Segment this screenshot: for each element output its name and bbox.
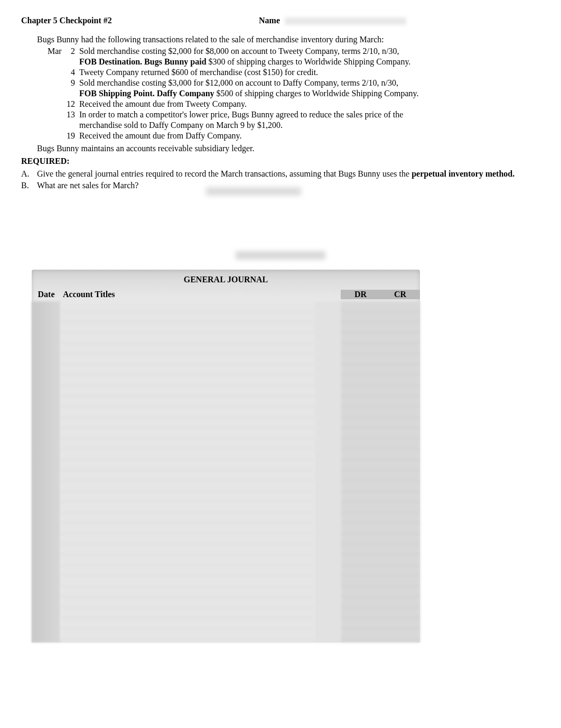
required-label: REQUIRED: <box>21 156 540 166</box>
requirement-text: Give the general journal entries require… <box>37 169 540 179</box>
transaction-day <box>66 121 79 130</box>
transaction-text: FOB Destination. Bugs Bunny paid $300 of… <box>79 57 540 67</box>
blur-region <box>206 187 301 196</box>
transaction-month <box>48 57 66 67</box>
transaction-day: 19 <box>66 131 79 141</box>
header: Chapter 5 Checkpoint #2 Name <box>21 16 540 25</box>
transaction-month <box>48 78 66 88</box>
journal-account-column <box>61 301 314 642</box>
journal-header-dr: DR <box>341 290 380 299</box>
transaction-row: FOB Destination. Bugs Bunny paid $300 of… <box>48 57 540 67</box>
name-label-text: Name <box>259 16 280 25</box>
transaction-text: Received the amount due from Tweety Comp… <box>79 99 540 109</box>
transaction-text: Sold merchandise costing $2,000 for $8,0… <box>79 47 540 56</box>
transaction-day: 4 <box>66 68 79 77</box>
transaction-day <box>66 57 79 67</box>
transaction-month: Mar <box>48 47 66 56</box>
journal-header-account: Account Titles <box>61 290 341 299</box>
transaction-text: In order to match a competitor's lower p… <box>79 110 540 119</box>
transactions-list: Mar2Sold merchandise costing $2,000 for … <box>48 47 540 141</box>
transaction-month <box>48 89 66 98</box>
transaction-row: merchandise sold to Daffy Company on Mar… <box>48 121 540 130</box>
transaction-row: Mar2Sold merchandise costing $2,000 for … <box>48 47 540 56</box>
requirement-letter: B. <box>21 181 37 190</box>
transaction-row: 4Tweety Company returned $600 of merchan… <box>48 68 540 77</box>
transaction-day <box>66 89 79 98</box>
transaction-month <box>48 68 66 77</box>
transaction-row: 13In order to match a competitor's lower… <box>48 110 540 119</box>
transaction-text: merchandise sold to Daffy Company on Mar… <box>79 121 540 130</box>
transaction-month <box>48 131 66 141</box>
transaction-text: FOB Shipping Point. Daffy Company $500 o… <box>79 89 540 98</box>
transaction-day: 12 <box>66 99 79 109</box>
journal-date-column <box>32 301 61 642</box>
journal-gap-column <box>314 301 341 642</box>
transaction-month <box>48 99 66 109</box>
journal-header-row: Date Account Titles DR CR <box>32 288 420 301</box>
transaction-row: FOB Shipping Point. Daffy Company $500 o… <box>48 89 540 98</box>
name-blank <box>285 17 406 25</box>
transaction-month <box>48 110 66 119</box>
journal-body <box>32 301 420 642</box>
transaction-text: Tweety Company returned $600 of merchand… <box>79 68 540 77</box>
transaction-text: Sold merchandise costing $3,000 for $12,… <box>79 78 540 88</box>
requirement-letter: A. <box>21 169 37 179</box>
transaction-day: 9 <box>66 78 79 88</box>
journal-header-cr: CR <box>380 290 420 299</box>
transaction-month <box>48 121 66 130</box>
name-label: Name <box>259 16 406 25</box>
subsidiary-ledger-text: Bugs Bunny maintains an accounts receiva… <box>37 144 540 153</box>
journal-header-date: Date <box>32 290 61 299</box>
journal-amount-columns <box>341 301 420 642</box>
transaction-row: 12Received the amount due from Tweety Co… <box>48 99 540 109</box>
chapter-title: Chapter 5 Checkpoint #2 <box>21 16 259 25</box>
journal-container: GENERAL JOURNAL Date Account Titles DR C… <box>21 270 540 642</box>
transaction-text: Received the amount due from Daffy Compa… <box>79 131 540 141</box>
transaction-day: 13 <box>66 110 79 119</box>
requirement-item: A.Give the general journal entries requi… <box>21 169 540 179</box>
blur-strip <box>236 251 325 260</box>
transaction-day: 2 <box>66 47 79 56</box>
intro-text: Bugs Bunny had the following transaction… <box>37 35 540 44</box>
journal-title: GENERAL JOURNAL <box>32 270 420 288</box>
transaction-row: 9Sold merchandise costing $3,000 for $12… <box>48 78 540 88</box>
transaction-row: 19Received the amount due from Daffy Com… <box>48 131 540 141</box>
general-journal: GENERAL JOURNAL Date Account Titles DR C… <box>32 270 420 642</box>
